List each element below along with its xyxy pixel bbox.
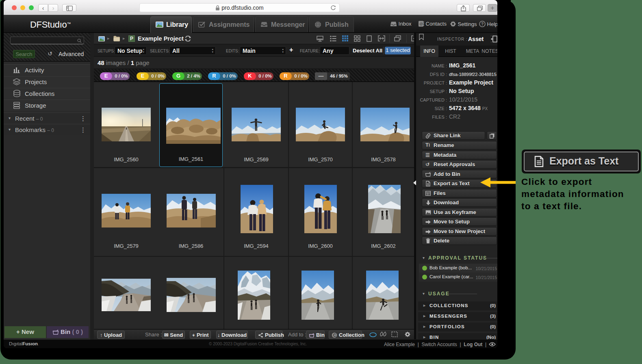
svg-text:C: C <box>333 333 336 338</box>
svg-text:?: ? <box>481 22 484 26</box>
svg-text:@: @ <box>419 22 423 26</box>
